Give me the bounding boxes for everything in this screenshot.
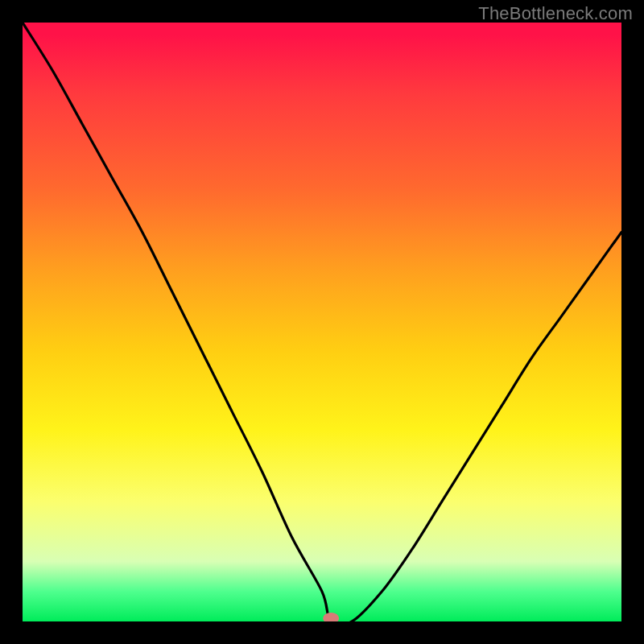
bottleneck-curve-svg bbox=[23, 23, 621, 621]
chart-frame: TheBottleneck.com bbox=[0, 0, 644, 644]
plot-area bbox=[23, 23, 621, 621]
bottleneck-curve bbox=[23, 23, 621, 621]
optimal-marker bbox=[323, 613, 339, 621]
watermark-text: TheBottleneck.com bbox=[478, 3, 633, 24]
